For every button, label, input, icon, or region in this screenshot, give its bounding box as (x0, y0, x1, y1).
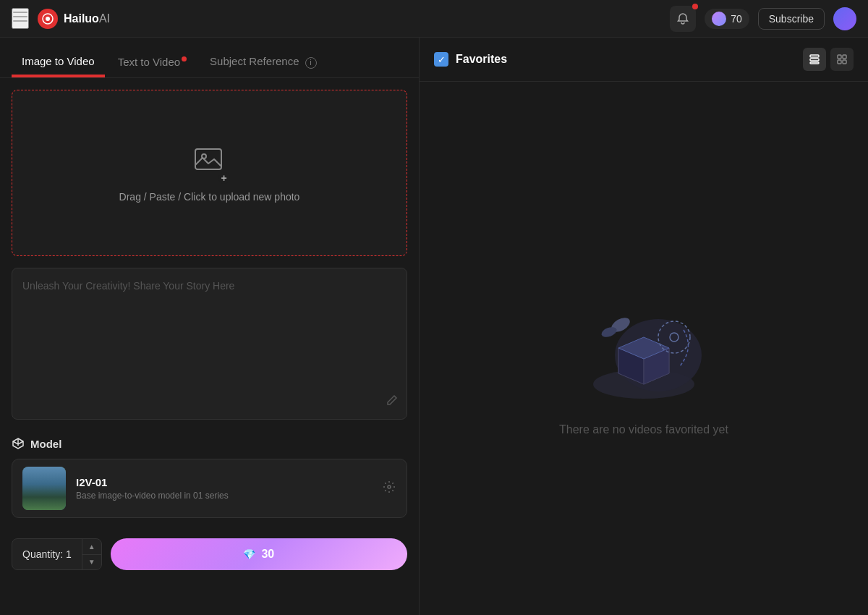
edit-pen-icon (385, 394, 398, 410)
credits-orb-icon (712, 12, 726, 26)
model-thumb-image (22, 467, 66, 510)
svg-rect-2 (13, 20, 27, 22)
bottom-bar: Quantity: 1 ▲ ▼ 💎 30 (0, 530, 419, 579)
view-toggle (803, 48, 854, 71)
svg-rect-0 (13, 12, 27, 13)
quantity-label-value: Quantity: 1 (12, 548, 82, 560)
svg-rect-8 (810, 55, 819, 57)
upload-hint-text: Drag / Paste / Click to upload new photo (119, 191, 300, 203)
svg-rect-10 (810, 62, 819, 64)
empty-state-svg (564, 261, 723, 406)
model-card[interactable]: I2V-01 Base image-to-video model in 01 s… (12, 459, 407, 518)
prompt-textarea[interactable]: Unleash Your Creativity! Share Your Stor… (12, 268, 407, 420)
quantity-decrease-button[interactable]: ▼ (82, 555, 101, 570)
svg-rect-13 (838, 60, 841, 64)
right-panel: ✓ Favorites (420, 38, 868, 615)
logo: HailuoAI (38, 9, 110, 29)
upload-plus-icon: + (218, 172, 230, 184)
box-icon (12, 437, 25, 450)
list-view-button[interactable] (803, 48, 826, 71)
empty-state-text: There are no videos favorited yet (559, 423, 728, 436)
credits-pill[interactable]: 70 (705, 9, 749, 29)
generate-label: 30 (261, 548, 274, 561)
top-navigation: HailuoAI 70 Subscribe (0, 0, 868, 38)
notifications-button[interactable] (670, 6, 696, 32)
svg-rect-11 (838, 55, 841, 59)
model-section: Model I2V-01 Base image-to-video model i… (0, 431, 419, 530)
quantity-control: Quantity: 1 ▲ ▼ (12, 538, 102, 570)
upload-dropzone[interactable]: + Drag / Paste / Click to upload new pho… (12, 90, 407, 256)
notification-badge (692, 4, 698, 9)
svg-rect-5 (195, 149, 221, 169)
generate-button[interactable]: 💎 30 (111, 538, 407, 570)
empty-state: There are no videos favorited yet (420, 82, 868, 615)
nav-right-area: 70 Subscribe (670, 6, 856, 32)
tabs-bar: Image to Video Text to Video Subject Ref… (0, 38, 419, 78)
model-settings-icon[interactable] (382, 480, 396, 498)
svg-point-7 (388, 485, 391, 488)
logo-icon (38, 9, 58, 29)
favorites-checkbox[interactable]: ✓ (434, 52, 448, 67)
tab-image-to-video[interactable]: Image to Video (12, 49, 105, 77)
logo-text: HailuoAI (64, 12, 110, 25)
subscribe-button[interactable]: Subscribe (758, 8, 825, 30)
quantity-increase-button[interactable]: ▲ (82, 539, 101, 555)
credit-icon: 💎 (243, 548, 255, 560)
empty-illustration (564, 261, 723, 406)
svg-rect-9 (810, 59, 819, 61)
favorites-title: Favorites (456, 53, 796, 66)
avatar[interactable] (833, 7, 856, 30)
upload-image-icon: + (192, 143, 227, 181)
model-info: I2V-01 Base image-to-video model in 01 s… (76, 476, 372, 501)
prompt-section: Unleash Your Creativity! Share Your Stor… (0, 268, 419, 431)
svg-rect-14 (843, 60, 846, 64)
svg-rect-12 (843, 55, 846, 59)
upload-section: + Drag / Paste / Click to upload new pho… (0, 78, 419, 268)
model-name: I2V-01 (76, 476, 372, 488)
prompt-placeholder-text: Unleash Your Creativity! Share Your Stor… (22, 280, 234, 292)
info-icon: i (305, 57, 317, 69)
quantity-arrows: ▲ ▼ (82, 539, 101, 569)
grid-view-button[interactable] (830, 48, 854, 71)
hamburger-menu-button[interactable] (12, 8, 29, 29)
model-thumbnail (22, 467, 66, 510)
left-panel: Image to Video Text to Video Subject Ref… (0, 38, 420, 615)
tab-subject-reference[interactable]: Subject Reference i (200, 49, 327, 77)
right-panel-header: ✓ Favorites (420, 38, 868, 82)
tab-new-badge (182, 56, 187, 62)
svg-rect-1 (13, 16, 27, 17)
svg-point-4 (46, 17, 50, 21)
tab-text-to-video[interactable]: Text to Video (108, 50, 197, 77)
model-section-label: Model (30, 438, 61, 450)
main-layout: Image to Video Text to Video Subject Ref… (0, 38, 868, 615)
model-description: Base image-to-video model in 01 series (76, 491, 372, 501)
model-label: Model (12, 437, 407, 450)
credits-value: 70 (731, 13, 742, 25)
